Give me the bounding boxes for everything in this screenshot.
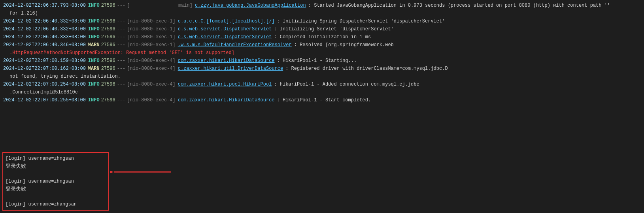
timestamp: 2024-12-02T22:07:00.254+08:00 — [3, 81, 86, 88]
log-container: 2024-12-02T22:06:37.793+08:00 INFO 27596… — [0, 0, 644, 213]
message: : Initializing Servlet 'dispatcherServle… — [274, 26, 393, 33]
message-cont: .ConnectionImpl@51e8810c — [9, 89, 78, 96]
log-line: 2024-12-02T22:06:37.793+08:00 INFO 27596… — [0, 2, 644, 9]
log-level: INFO — [88, 18, 100, 25]
log-line-exception: .HttpRequestMethodNotSupportedException:… — [0, 49, 644, 57]
login-fail-2: 登录失败 — [6, 185, 106, 192]
pid: 27596 — [101, 18, 115, 25]
message: : Completed initialization in 1 ms — [274, 34, 371, 41]
pid: 27596 — [101, 26, 115, 33]
message: : Registered driver with driverClassName… — [285, 65, 448, 72]
log-level: INFO — [88, 97, 100, 104]
separator: --- — [117, 81, 126, 88]
message: : Resolved [org.springframework.web — [294, 41, 394, 49]
exception-text: .HttpRequestMethodNotSupportedException:… — [9, 49, 234, 56]
logger: o.a.c.c.C.[Tomcat].[localhost].[/] — [178, 18, 275, 25]
message: : HikariPool-1 - Added connection com.my… — [274, 81, 419, 88]
log-level: INFO — [88, 57, 100, 64]
thread: [nio-8080-exec-4] — [127, 97, 175, 104]
thread: [nio-8080-exec-4] — [127, 65, 175, 72]
log-level: INFO — [88, 2, 100, 9]
timestamp: 2024-12-02T22:07:00.159+08:00 — [3, 57, 86, 64]
log-level-warn: WARN — [88, 41, 100, 49]
message: : Started JavaGobangApplication in 0.973… — [308, 2, 610, 9]
logger: o.s.web.servlet.DispatcherServlet — [178, 26, 272, 33]
timestamp: 2024-12-02T22:07:00.162+08:00 — [3, 65, 86, 72]
logger: com.zaxxer.hikari.HikariDataSource — [178, 97, 275, 104]
log-line: 2024-12-02T22:07:00.255+08:00 INFO 27596… — [0, 96, 644, 104]
timestamp: 2024-12-02T22:06:40.346+08:00 — [3, 41, 86, 49]
log-line: 2024-12-02T22:07:00.162+08:00 WARN 27596… — [0, 65, 644, 73]
message-cont: for 1.216) — [9, 10, 38, 17]
pid: 27596 — [101, 97, 115, 104]
timestamp: 2024-12-02T22:06:40.333+08:00 — [3, 34, 86, 41]
pid: 27596 — [101, 65, 115, 72]
timestamp: 2024-12-02T22:07:00.255+08:00 — [3, 97, 86, 104]
timestamp: 2024-12-02T22:06:40.332+08:00 — [3, 18, 86, 25]
log-line-continuation: not found, trying direct instantiation. — [0, 73, 644, 80]
pid: 27596 — [101, 81, 115, 88]
separator: --- — [117, 18, 126, 25]
separator: --- — [117, 57, 126, 64]
login-line-3: [login] username=zhangsan — [6, 200, 106, 208]
login-line-1: [login] username=zhngsan — [6, 155, 106, 163]
thread: [ main] — [127, 2, 193, 9]
message: : HikariPool-1 - Start completed. — [277, 97, 371, 104]
highlight-login-box: [login] username=zhngsan 登录失败 [login] us… — [2, 152, 109, 211]
arrow-svg — [110, 156, 173, 188]
log-level: INFO — [88, 34, 100, 41]
login-line-spacer — [6, 170, 106, 178]
pid: 27596 — [101, 57, 115, 64]
logger: c.zaxxer.hikari.util.DriverDataSource — [178, 65, 283, 72]
message-cont: not found, trying direct instantiation. — [9, 73, 121, 80]
thread: [nio-8080-exec-1] — [127, 34, 175, 41]
pid: 27596 — [101, 41, 115, 49]
login-line-spacer2 — [6, 192, 106, 200]
separator: --- — [117, 2, 126, 9]
log-line: 2024-12-02T22:06:40.333+08:00 INFO 27596… — [0, 33, 644, 41]
log-line-continuation: for 1.216) — [0, 9, 644, 17]
login-fail-1: 登录失败 — [6, 163, 106, 170]
separator: --- — [117, 97, 126, 104]
thread: [nio-8080-exec-4] — [127, 57, 175, 64]
logger: .w.s.m.s.DefaultHandlerExceptionResolver — [178, 41, 292, 49]
pid: 27596 — [101, 2, 115, 9]
arrow-annotation — [110, 156, 173, 189]
separator: --- — [117, 26, 126, 33]
thread: [nio-8080-exec-4] — [127, 81, 175, 88]
separator: --- — [117, 65, 126, 72]
login-line-2: [login] username=zhngsan — [6, 178, 106, 185]
log-line: 2024-12-02T22:06:40.346+08:00 WARN 27596… — [0, 41, 644, 49]
log-level: INFO — [88, 81, 100, 88]
logger: com.zaxxer.hikari.pool.HikariPool — [178, 81, 272, 88]
log-line: 2024-12-02T22:06:40.332+08:00 INFO 27596… — [0, 17, 644, 25]
log-level-warn: WARN — [88, 65, 100, 72]
log-line: 2024-12-02T22:07:00.159+08:00 INFO 27596… — [0, 57, 644, 65]
log-line: 2024-12-02T22:06:40.332+08:00 INFO 27596… — [0, 25, 644, 33]
logger: com.zaxxer.hikari.HikariDataSource — [178, 57, 275, 64]
message: : Initializing Spring DispatcherServlet … — [277, 18, 445, 25]
separator: --- — [117, 41, 126, 49]
separator: --- — [117, 34, 126, 41]
log-line: 2024-12-02T22:07:00.254+08:00 INFO 27596… — [0, 80, 644, 88]
thread: [nio-8080-exec-1] — [127, 18, 175, 25]
timestamp: 2024-12-02T22:06:40.332+08:00 — [3, 26, 86, 33]
log-level: INFO — [88, 26, 100, 33]
timestamp: 2024-12-02T22:06:37.793+08:00 — [3, 2, 86, 9]
pid: 27596 — [101, 34, 115, 41]
log-line-continuation: .ConnectionImpl@51e8810c — [0, 88, 644, 96]
thread: [nio-8080-exec-1] — [127, 41, 175, 49]
logger: c.zzy.java_gobang.JavaGobangApplication — [195, 2, 306, 9]
thread: [nio-8080-exec-1] — [127, 26, 175, 33]
message: : HikariPool-1 - Starting... — [277, 57, 357, 64]
logger: o.s.web.servlet.DispatcherServlet — [178, 34, 272, 41]
